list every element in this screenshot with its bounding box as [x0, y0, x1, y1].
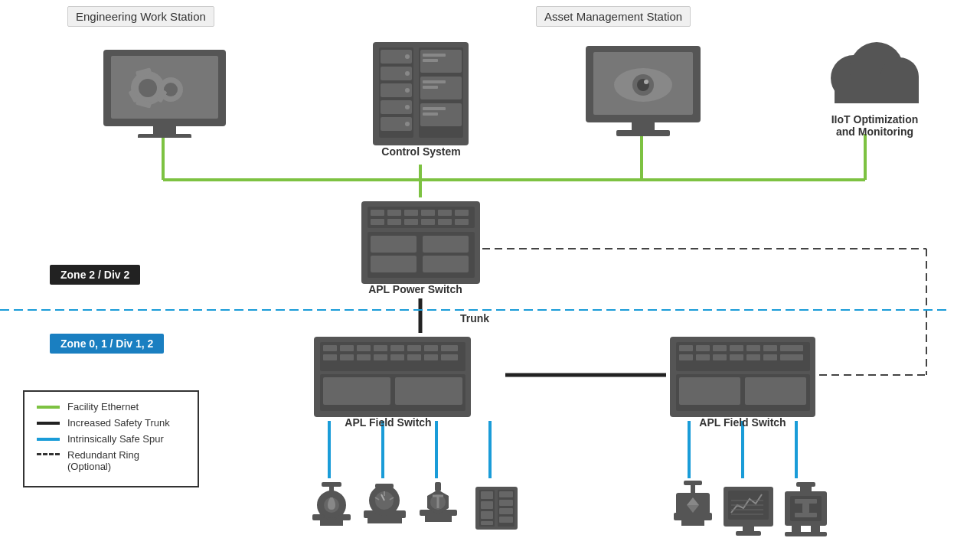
svg-rect-109 — [679, 345, 693, 351]
svg-rect-152 — [481, 501, 493, 509]
svg-rect-24 — [138, 134, 191, 138]
svg-rect-96 — [323, 354, 337, 360]
svg-rect-125 — [745, 377, 806, 405]
legend-box: Facility Ethernet Increased Safety Trunk… — [23, 390, 199, 487]
svg-rect-70 — [387, 210, 401, 216]
field-device-6 — [716, 476, 781, 537]
svg-rect-84 — [371, 256, 416, 272]
svg-rect-106 — [395, 377, 462, 405]
zone0-badge: Zone 0, 1 / Div 1, 2 — [50, 334, 164, 354]
svg-rect-50 — [423, 59, 438, 62]
svg-rect-98 — [357, 354, 371, 360]
svg-rect-111 — [713, 345, 727, 351]
svg-rect-51 — [423, 80, 446, 83]
diagram-container: Engineering Work Station Control System — [0, 0, 980, 551]
svg-rect-178 — [795, 513, 817, 517]
svg-rect-115 — [780, 345, 803, 351]
facility-ethernet-line-sample — [37, 406, 60, 409]
svg-rect-94 — [424, 345, 438, 351]
svg-rect-71 — [404, 210, 418, 216]
svg-rect-122 — [780, 354, 803, 360]
facility-ethernet-text: Facility Ethernet — [67, 401, 139, 412]
apl-power-switch-icon — [354, 197, 488, 288]
asset-management-label: Asset Management Station — [536, 6, 691, 27]
svg-rect-95 — [441, 345, 458, 351]
redundant-ring-line-sample — [37, 453, 60, 455]
svg-rect-69 — [371, 210, 384, 216]
legend-increased-safety: Increased Safety Trunk — [37, 417, 185, 429]
svg-rect-73 — [438, 210, 452, 216]
engineering-workstation-label: Engineering Work Station — [67, 6, 214, 27]
svg-rect-82 — [371, 236, 416, 253]
svg-point-26 — [139, 79, 157, 97]
svg-point-46 — [405, 88, 410, 93]
trunk-label: Trunk — [452, 312, 498, 324]
svg-rect-124 — [679, 377, 740, 405]
svg-rect-154 — [481, 521, 493, 525]
svg-rect-117 — [696, 354, 710, 360]
engineering-workstation-icon — [88, 42, 241, 138]
svg-rect-75 — [371, 219, 384, 225]
svg-rect-85 — [423, 256, 469, 272]
svg-rect-176 — [795, 499, 817, 504]
apl-field-switch-1-icon — [306, 333, 479, 421]
asset-management-icon — [578, 42, 708, 138]
svg-rect-120 — [746, 354, 760, 360]
field-device-4 — [464, 476, 529, 537]
svg-rect-58 — [616, 130, 670, 136]
svg-rect-116 — [679, 354, 693, 360]
svg-rect-97 — [340, 354, 354, 360]
svg-rect-54 — [423, 112, 438, 116]
svg-rect-99 — [374, 354, 387, 360]
control-system-icon — [354, 38, 488, 149]
svg-rect-121 — [763, 354, 777, 360]
svg-rect-177 — [802, 504, 809, 513]
legend-facility-ethernet: Facility Ethernet — [37, 401, 185, 412]
apl-field-switch-2-icon — [662, 333, 823, 421]
svg-point-62 — [644, 80, 648, 84]
svg-rect-80 — [455, 219, 469, 225]
svg-rect-173 — [736, 531, 761, 536]
svg-rect-52 — [423, 86, 438, 89]
svg-rect-118 — [713, 354, 727, 360]
svg-rect-153 — [481, 511, 493, 519]
field-device-3 — [406, 476, 471, 537]
svg-rect-181 — [785, 532, 827, 536]
iiot-cloud-icon — [812, 31, 934, 107]
svg-rect-119 — [730, 354, 743, 360]
redundant-ring-text: Redundant Ring(Optional) — [67, 449, 139, 472]
svg-point-48 — [405, 122, 410, 126]
svg-rect-100 — [390, 354, 404, 360]
svg-rect-53 — [423, 107, 446, 110]
svg-rect-114 — [763, 345, 777, 351]
svg-rect-88 — [323, 345, 337, 351]
zone2-badge: Zone 2 / Div 2 — [50, 265, 140, 285]
increased-safety-line-sample — [37, 422, 60, 425]
svg-rect-157 — [499, 508, 513, 514]
svg-rect-49 — [423, 54, 446, 57]
svg-rect-83 — [423, 236, 469, 253]
svg-rect-140 — [375, 484, 394, 488]
svg-rect-92 — [390, 345, 404, 351]
svg-rect-183 — [796, 482, 815, 487]
svg-rect-165 — [684, 481, 702, 485]
svg-rect-158 — [499, 517, 513, 523]
svg-rect-101 — [407, 354, 421, 360]
svg-point-44 — [405, 54, 410, 59]
svg-rect-113 — [746, 345, 760, 351]
svg-rect-90 — [357, 345, 371, 351]
svg-rect-151 — [481, 491, 493, 499]
iiot-label: IIoT Optimizationand Monitoring — [808, 113, 942, 138]
svg-point-45 — [405, 71, 410, 76]
svg-rect-156 — [499, 500, 513, 506]
increased-safety-text: Increased Safety Trunk — [67, 417, 170, 429]
svg-rect-112 — [730, 345, 743, 351]
legend-redundant-ring: Redundant Ring(Optional) — [37, 449, 185, 472]
svg-rect-89 — [340, 345, 354, 351]
intrinsically-safe-text: Intrinsically Safe Spur — [67, 433, 164, 445]
svg-rect-79 — [438, 219, 452, 225]
svg-rect-77 — [404, 219, 418, 225]
svg-rect-131 — [322, 482, 341, 487]
svg-rect-103 — [441, 354, 458, 360]
svg-rect-74 — [455, 210, 469, 216]
